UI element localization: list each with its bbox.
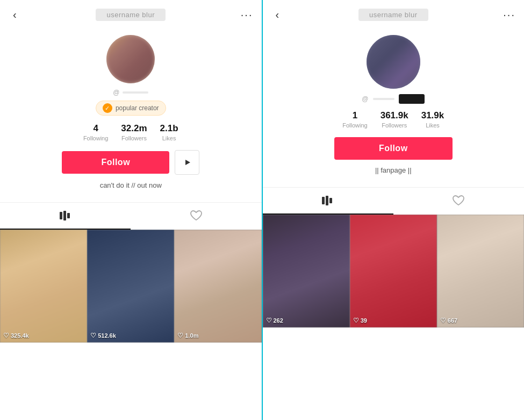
svg-rect-5 — [322, 197, 325, 204]
right-video-1[interactable]: ♡ 262 — [263, 215, 350, 328]
svg-rect-3 — [63, 211, 66, 220]
left-tabs — [0, 202, 262, 230]
right-follow-button[interactable]: Follow — [334, 137, 453, 160]
right-bio: || fanpage || — [375, 166, 412, 174]
left-badge: ✓ popular creator — [96, 101, 166, 116]
left-video-grid: ♡ 325.4k ♡ 512.6k ♡ 1.0m — [0, 230, 262, 420]
right-stat-likes: 31.9k Likes — [421, 110, 444, 129]
left-stat-likes: 2.1b Likes — [160, 123, 178, 141]
right-profile-panel: ‹ username blur ··· @ 1 Following 361.9k… — [263, 0, 525, 420]
left-bio: can't do it // out now — [100, 181, 162, 189]
left-profile-section: @ ✓ popular creator 4 Following 32.2m Fo… — [0, 30, 262, 202]
left-tab-videos[interactable] — [0, 203, 131, 230]
right-action-row: Follow — [334, 137, 453, 160]
right-video-3-likes: ♡ 667 — [440, 317, 457, 324]
left-likes-count: 2.1b — [160, 123, 178, 134]
left-following-count: 4 — [93, 123, 98, 134]
left-username — [123, 91, 148, 94]
svg-rect-4 — [67, 213, 70, 218]
right-username-tag — [399, 94, 425, 104]
left-video-3-likes: ♡ 1.0m — [177, 332, 198, 339]
right-tab-videos[interactable] — [263, 188, 393, 215]
left-likes-label: Likes — [162, 135, 176, 141]
right-tab-liked[interactable] — [393, 188, 524, 215]
right-more-button[interactable]: ··· — [503, 9, 515, 21]
right-at-symbol: @ — [362, 95, 368, 103]
right-stats-row: 1 Following 361.9k Followers 31.9k Likes — [342, 110, 444, 129]
right-likes-count: 31.9k — [421, 110, 444, 121]
right-tabs — [263, 187, 525, 215]
left-follow-button[interactable]: Follow — [62, 151, 169, 174]
right-stat-following: 1 Following — [342, 110, 367, 129]
left-back-button[interactable]: ‹ — [9, 6, 21, 23]
svg-rect-7 — [329, 198, 332, 203]
left-action-row: Follow — [62, 150, 199, 175]
right-back-button[interactable]: ‹ — [271, 6, 284, 23]
right-avatar — [367, 35, 420, 89]
left-tab-liked[interactable] — [131, 203, 261, 230]
right-video-grid: ♡ 262 ♡ 39 ♡ 667 — [263, 215, 525, 420]
left-followers-label: Followers — [121, 135, 147, 141]
right-following-count: 1 — [353, 110, 357, 121]
left-video-1[interactable]: ♡ 325.4k — [0, 230, 87, 343]
left-more-button[interactable]: ··· — [241, 9, 253, 21]
youtube-button[interactable] — [175, 150, 199, 175]
right-profile-section: @ 1 Following 361.9k Followers 31.9k Lik… — [263, 30, 525, 187]
right-video-3[interactable]: ♡ 667 — [437, 215, 524, 328]
left-avatar — [106, 35, 155, 83]
left-stats-row: 4 Following 32.2m Followers 2.1b Likes — [83, 123, 178, 141]
right-followers-label: Followers — [382, 122, 407, 129]
left-stat-followers: 32.2m Followers — [121, 123, 147, 141]
left-username-bar: @ — [113, 89, 148, 96]
heart-icon-3: ♡ — [177, 332, 183, 339]
heart-icon-4: ♡ — [266, 317, 272, 324]
left-at-symbol: @ — [113, 89, 119, 96]
left-header: ‹ username blur ··· — [0, 0, 262, 30]
right-video-1-likes: ♡ 262 — [266, 317, 283, 324]
badge-label: popular creator — [116, 104, 159, 112]
right-video-2-likes: ♡ 39 — [353, 317, 367, 324]
left-avatar-image — [106, 35, 155, 83]
svg-rect-2 — [60, 212, 62, 219]
svg-rect-6 — [326, 196, 328, 205]
left-video-3[interactable]: ♡ 1.0m — [174, 230, 261, 343]
heart-icon-6: ♡ — [440, 317, 446, 324]
left-stat-following: 4 Following — [83, 123, 108, 141]
right-header-title: username blur — [358, 9, 428, 21]
left-following-label: Following — [83, 135, 108, 141]
heart-icon: ♡ — [3, 332, 9, 339]
heart-icon-5: ♡ — [353, 317, 359, 324]
right-video-2[interactable]: ♡ 39 — [350, 215, 437, 328]
right-avatar-image — [367, 35, 420, 89]
left-followers-count: 32.2m — [121, 123, 147, 134]
left-video-1-likes: ♡ 325.4k — [3, 332, 29, 339]
right-stat-followers: 361.9k Followers — [381, 110, 408, 129]
right-likes-label: Likes — [426, 122, 440, 129]
left-header-title: username blur — [96, 9, 166, 21]
left-video-2-likes: ♡ 512.6k — [90, 332, 116, 339]
heart-icon-2: ♡ — [90, 332, 96, 339]
left-profile-panel: ‹ username blur ··· @ ✓ popular creator … — [0, 0, 263, 420]
right-following-label: Following — [342, 122, 367, 129]
right-username — [373, 98, 394, 100]
verified-icon: ✓ — [103, 103, 112, 113]
right-followers-count: 361.9k — [381, 110, 408, 121]
right-header: ‹ username blur ··· — [263, 0, 525, 30]
right-username-row: @ — [362, 94, 425, 104]
left-video-2[interactable]: ♡ 512.6k — [87, 230, 174, 343]
